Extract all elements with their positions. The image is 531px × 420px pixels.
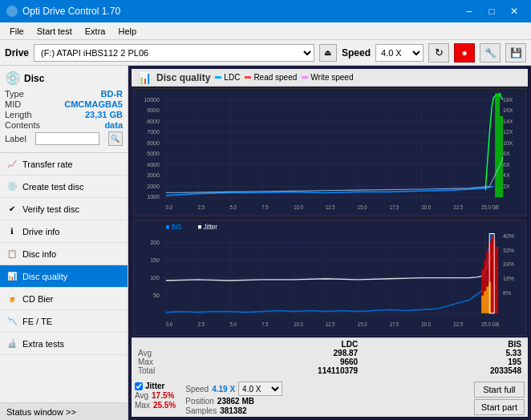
menu-help[interactable]: Help [111, 25, 143, 38]
svg-text:9000: 9000 [147, 107, 160, 115]
jitter-max-label: Max [135, 401, 150, 410]
minimize-button[interactable]: – [459, 3, 480, 19]
svg-text:17.5: 17.5 [390, 204, 399, 209]
sidebar-item-drive-info[interactable]: ℹ Drive info [0, 220, 128, 243]
svg-text:16%: 16% [503, 274, 514, 281]
svg-text:7.5: 7.5 [261, 321, 269, 327]
status-window-label: Status window >> [6, 407, 76, 417]
status-window-button[interactable]: Status window >> [0, 402, 128, 420]
drive-select[interactable]: (F:) ATAPI iHBS112 2 PL06 [34, 44, 314, 62]
disc-icon: 💿 [5, 71, 21, 86]
samples-label: Samples [185, 406, 217, 415]
cd-bier-label: CD Bier [22, 294, 54, 304]
svg-text:4X: 4X [503, 172, 510, 180]
disc-label-button[interactable]: 🔍 [108, 131, 123, 146]
svg-text:5000: 5000 [147, 150, 160, 158]
speed-target-select[interactable]: 4.0 X [238, 382, 282, 396]
right-panel: 📊 Disc quality LDC Read speed Write spee… [128, 66, 531, 420]
avg-bis: 5.33 [361, 349, 525, 357]
jitter-checkbox[interactable] [135, 382, 143, 390]
close-button[interactable]: ✕ [504, 3, 525, 19]
app-icon [6, 6, 18, 17]
transfer-rate-label: Transfer rate [22, 160, 73, 169]
disc-label-input[interactable] [35, 132, 99, 145]
svg-text:0.0: 0.0 [166, 204, 173, 209]
disc-quality-icon: 📊 [6, 271, 18, 282]
sidebar-item-fe-te[interactable]: 📉 FE / TE [0, 310, 128, 333]
svg-text:20.0: 20.0 [422, 204, 432, 209]
chart-title: Disc quality [156, 72, 210, 83]
menu-extra[interactable]: Extra [79, 25, 112, 38]
svg-text:15.0: 15.0 [358, 321, 367, 327]
eject-button[interactable]: ⏏ [319, 44, 337, 62]
fe-te-label: FE / TE [22, 317, 52, 326]
settings-button2[interactable]: 🔧 [480, 43, 501, 63]
ldc-chart-svg: 10000 9000 8000 7000 6000 5000 4000 3000… [134, 89, 525, 216]
svg-text:100: 100 [150, 273, 160, 281]
bis-chart-svg: ■ BIS ■ Jitter [134, 220, 525, 335]
verify-test-disc-icon: ✔ [6, 204, 18, 215]
svg-rect-77 [491, 236, 493, 313]
svg-text:10000: 10000 [144, 95, 159, 103]
drive-label: Drive [5, 47, 29, 59]
disc-label-label: Label [5, 134, 26, 143]
speed-stat-label: Speed [185, 385, 209, 394]
stats-max-row: Max 9660 195 [135, 357, 525, 366]
sidebar-item-transfer-rate[interactable]: 📈 Transfer rate [0, 153, 128, 176]
menu-file[interactable]: File [3, 25, 30, 38]
svg-rect-22 [495, 94, 500, 198]
svg-text:5.0: 5.0 [230, 204, 237, 209]
disc-info-section: 💿 Disc Type BD-R MID CMCMAGBA5 Length 23… [0, 66, 128, 153]
stats-total-row: Total 114110379 2033548 [135, 366, 525, 375]
svg-text:15.0: 15.0 [358, 204, 367, 209]
save-button[interactable]: 💾 [505, 43, 526, 63]
speed-position-section: Speed 4.19 X 4.0 X Position 23862 MB Sam… [185, 382, 282, 415]
speed-select[interactable]: 4.0 X [375, 44, 424, 62]
max-ldc: 9660 [159, 357, 361, 366]
title-bar: Opti Drive Control 1.70 – □ ✕ [0, 0, 531, 22]
svg-text:200: 200 [150, 238, 160, 245]
sidebar-item-verify-test-disc[interactable]: ✔ Verify test disc [0, 198, 128, 220]
total-label: Total [135, 366, 159, 375]
svg-text:25.0 GB: 25.0 GB [481, 321, 499, 327]
jitter-section: Jitter Avg 17.5% Max 25.5% [135, 382, 176, 410]
speed-stat-value: 4.19 X [212, 385, 235, 394]
jitter-avg-label: Avg [135, 391, 148, 400]
type-label: Type [5, 89, 24, 99]
start-full-button[interactable]: Start full [474, 382, 525, 398]
svg-text:24%: 24% [503, 260, 514, 268]
cd-bier-icon: 🍺 [6, 293, 18, 305]
create-test-disc-label: Create test disc [22, 182, 83, 192]
start-part-button[interactable]: Start part [474, 399, 525, 415]
sidebar-item-disc-quality[interactable]: 📊 Disc quality [0, 265, 128, 288]
drive-info-icon: ℹ [6, 226, 18, 237]
verify-test-disc-label: Verify test disc [22, 204, 79, 214]
legend-write-dot [302, 76, 308, 79]
sidebar-item-disc-info[interactable]: 📋 Disc info [0, 243, 128, 265]
refresh-button[interactable]: ↻ [428, 43, 449, 63]
app-title: Opti Drive Control 1.70 [22, 6, 120, 17]
maximize-button[interactable]: □ [481, 3, 502, 19]
legend-write-label: Write speed [310, 73, 353, 82]
sidebar-item-cd-bier[interactable]: 🍺 CD Bier [0, 288, 128, 310]
left-panel: 💿 Disc Type BD-R MID CMCMAGBA5 Length 23… [0, 66, 128, 420]
bis-chart: ■ BIS ■ Jitter [133, 220, 526, 336]
svg-text:18X: 18X [503, 95, 513, 103]
sidebar-item-extra-tests[interactable]: 🔬 Extra tests [0, 333, 128, 355]
menu-start-test[interactable]: Start test [30, 25, 79, 38]
total-bis: 2033548 [361, 366, 525, 375]
svg-text:■ Jitter: ■ Jitter [198, 222, 217, 230]
settings-button1[interactable]: ● [454, 43, 475, 63]
svg-text:40%: 40% [503, 232, 514, 239]
sidebar-item-create-test-disc[interactable]: 💿 Create test disc [0, 176, 128, 198]
disc-quality-label: Disc quality [22, 272, 67, 281]
length-label: Length [5, 110, 32, 119]
transfer-rate-icon: 📈 [6, 159, 18, 170]
ldc-bis-table: LDC BIS Avg 298.87 5.33 Max 9660 195 T [135, 340, 525, 375]
svg-rect-81 [484, 291, 486, 313]
svg-text:1000: 1000 [147, 193, 160, 201]
mid-label: MID [5, 99, 21, 109]
ldc-chart: 10000 9000 8000 7000 6000 5000 4000 3000… [133, 88, 526, 216]
svg-text:7.5: 7.5 [261, 204, 269, 209]
svg-text:10.0: 10.0 [294, 204, 303, 209]
